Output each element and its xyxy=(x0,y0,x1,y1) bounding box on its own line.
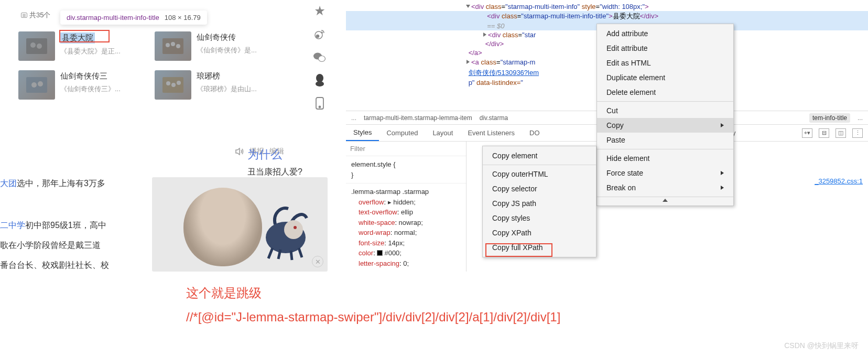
item-title: 琅琊榜 xyxy=(197,71,280,81)
article-paragraph: 歌在小学阶段曾经是戴三道 xyxy=(0,237,101,254)
svg-point-2 xyxy=(37,44,42,49)
item-title: 仙剑奇侠传三 xyxy=(60,71,144,81)
weibo-icon[interactable] xyxy=(312,26,328,42)
thumbnail xyxy=(18,70,55,100)
thumbnail xyxy=(18,31,55,61)
layout-icon[interactable]: ◫ xyxy=(836,128,846,138)
context-menu-main: Add attribute Edit attribute Edit as HTM… xyxy=(596,24,734,206)
svg-point-4 xyxy=(166,43,170,47)
annotation-text: 这个就是跳级 //*[@id="J-lemma-starmap-swiper"]… xyxy=(186,281,560,329)
crumb[interactable]: ... xyxy=(351,114,356,122)
item-subtitle: 《仙剑奇侠传》是... xyxy=(197,46,280,55)
menu-edit-attribute[interactable]: Edit attribute xyxy=(597,41,733,56)
tooltip-dimensions: 108 × 16.79 xyxy=(165,14,201,21)
why-subtitle: 丑当康招人爱? xyxy=(247,167,302,178)
tab-dom[interactable]: DO xyxy=(522,125,547,141)
menu-copy-jspath[interactable]: Copy JS path xyxy=(483,196,596,211)
promo-image[interactable]: ✕ xyxy=(152,177,328,272)
chevron-right-icon xyxy=(721,186,724,190)
hover-icon[interactable]: ⊟ xyxy=(819,128,829,138)
item-subtitle: 《琅琊榜》是由山... xyxy=(197,84,280,94)
tooltip-class: div.starmap-multi-item-info-title xyxy=(67,14,159,21)
menu-hide[interactable]: Hide element xyxy=(597,151,733,166)
thumbnail xyxy=(155,31,191,61)
list-item[interactable]: 仙剑奇侠传 《仙剑奇侠传》是... xyxy=(155,31,280,61)
menu-delete[interactable]: Delete element xyxy=(597,85,733,100)
tab-layout[interactable]: Layout xyxy=(425,125,460,141)
face-graphic xyxy=(183,188,262,266)
css-rule[interactable]: .lemma-starmap .starmap overflow: ▸ hidd… xyxy=(346,183,466,272)
item-title: 仙剑奇侠传 xyxy=(197,33,280,42)
svg-point-15 xyxy=(317,35,319,38)
wechat-icon[interactable] xyxy=(312,49,328,65)
list-item[interactable]: 琅琊榜 《琅琊榜》是由山... xyxy=(155,70,280,100)
item-subtitle: 《仙剑奇侠传三》... xyxy=(60,84,144,94)
element-tooltip: div.starmap-multi-item-info-title 108 × … xyxy=(60,10,207,25)
annotation-line1: 这个就是跳级 xyxy=(186,281,560,305)
menu-cut[interactable]: Cut xyxy=(597,103,733,118)
chevron-right-icon xyxy=(721,171,724,175)
article-paragraph: 大团选中，那年上海有3万多 xyxy=(0,175,105,192)
qq-icon[interactable] xyxy=(312,72,328,88)
why-block: 为什么 丑当康招人爱? xyxy=(247,147,302,178)
svg-point-6 xyxy=(176,44,180,48)
svg-point-23 xyxy=(284,220,303,239)
add-icon[interactable]: +▾ xyxy=(802,128,812,138)
highlight-redbox xyxy=(59,30,110,42)
styles-filter[interactable]: Filter xyxy=(346,142,466,156)
svg-point-1 xyxy=(30,42,36,48)
menu-copy-selector[interactable]: Copy selector xyxy=(483,181,596,196)
tab-styles[interactable]: Styles xyxy=(346,125,379,141)
svg-point-17 xyxy=(319,56,326,62)
menu-copy-element[interactable]: Copy element xyxy=(483,148,596,163)
watermark: CSDN @快到锅里来呀 xyxy=(784,341,859,351)
menu-break-on[interactable]: Break on xyxy=(597,180,733,195)
crumb-selected[interactable]: tem-info-title xyxy=(809,113,850,123)
star-icon[interactable] xyxy=(312,3,328,19)
svg-point-11 xyxy=(166,81,170,85)
list-item[interactable]: 县委大院 《县委大院》是正... xyxy=(18,31,144,61)
close-icon[interactable]: ✕ xyxy=(312,256,323,267)
menu-paste[interactable]: Paste xyxy=(597,133,733,147)
svg-point-12 xyxy=(171,83,176,87)
menu-duplicate[interactable]: Duplicate element xyxy=(597,70,733,85)
more-icon[interactable]: ⋮ xyxy=(852,128,863,138)
menu-force-state[interactable]: Force state xyxy=(597,166,733,180)
svg-point-21 xyxy=(319,106,321,108)
chevron-right-icon xyxy=(721,123,724,127)
why-title: 为什么 xyxy=(247,147,302,163)
item-count: 共35个 xyxy=(21,10,50,20)
tab-computed[interactable]: Computed xyxy=(379,125,425,141)
article-link[interactable]: 大团 xyxy=(0,179,17,188)
highlight-redbox-xpath xyxy=(485,243,552,257)
count-text: 共35个 xyxy=(29,10,50,20)
list-item[interactable]: 仙剑奇侠传三 《仙剑奇侠传三》... xyxy=(18,70,144,100)
chevron-up-icon[interactable] xyxy=(663,199,668,202)
starmap-items: 县委大院 《县委大院》是正... 仙剑奇侠传 《仙剑奇侠传》是... 仙剑奇侠传… xyxy=(18,31,283,109)
svg-point-18 xyxy=(316,74,323,82)
svg-point-13 xyxy=(177,81,181,85)
crumb[interactable]: ... xyxy=(858,114,863,122)
item-subtitle: 《县委大院》是正... xyxy=(60,47,144,56)
thumbnail xyxy=(155,70,191,100)
svg-point-9 xyxy=(38,81,43,86)
crumb[interactable]: div.starma xyxy=(480,114,508,122)
menu-copy-outerhtml[interactable]: Copy outerHTML xyxy=(483,167,596,181)
article-link[interactable]: 二中学 xyxy=(0,221,25,230)
article-paragraph: 二中学初中部95级1班，高中 xyxy=(0,217,106,234)
annotation-line2: //*[@id="J-lemma-starmap-swiper"]/div/di… xyxy=(186,305,560,329)
menu-edit-html[interactable]: Edit as HTML xyxy=(597,56,733,70)
dom-selected-row[interactable]: <div class="starmap-multi-item-info-titl… xyxy=(346,11,868,21)
menu-add-attribute[interactable]: Add attribute xyxy=(597,26,733,41)
tab-event-listeners[interactable]: Event Listeners xyxy=(460,125,522,141)
menu-copy[interactable]: Copy xyxy=(597,118,733,133)
share-bar xyxy=(312,3,331,118)
speaker-icon xyxy=(235,147,244,156)
page-left: 共35个 div.starmap-multi-item-info-title 1… xyxy=(0,0,335,273)
mobile-icon[interactable] xyxy=(312,95,328,111)
css-inline-rule[interactable]: element.style { } xyxy=(346,156,466,183)
menu-copy-styles[interactable]: Copy styles xyxy=(483,211,596,225)
crumb[interactable]: tarmap-multi-item.starmap-lemma-item xyxy=(364,114,472,122)
menu-copy-xpath[interactable]: Copy XPath xyxy=(483,225,596,240)
list-icon xyxy=(21,13,27,18)
